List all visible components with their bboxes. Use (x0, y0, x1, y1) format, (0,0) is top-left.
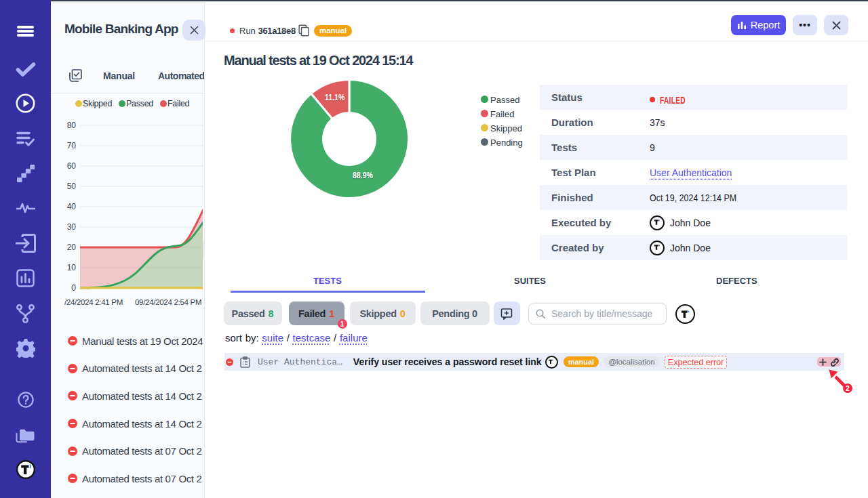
svg-text:80: 80 (67, 121, 77, 130)
svg-text:70: 70 (67, 141, 77, 150)
svg-text:0: 0 (71, 283, 76, 293)
svg-text:20: 20 (67, 243, 77, 252)
svg-text:50: 50 (67, 182, 77, 191)
svg-text:09/24/2024 2:54 PM: 09/24/2024 2:54 PM (135, 298, 201, 306)
svg-text:/24/2024 2:41 PM: /24/2024 2:41 PM (64, 298, 123, 306)
svg-text:2: 2 (846, 384, 850, 392)
svg-text:60: 60 (67, 161, 77, 171)
svg-text:30: 30 (67, 222, 77, 232)
svg-text:10: 10 (67, 263, 77, 272)
svg-text:40: 40 (67, 202, 77, 211)
